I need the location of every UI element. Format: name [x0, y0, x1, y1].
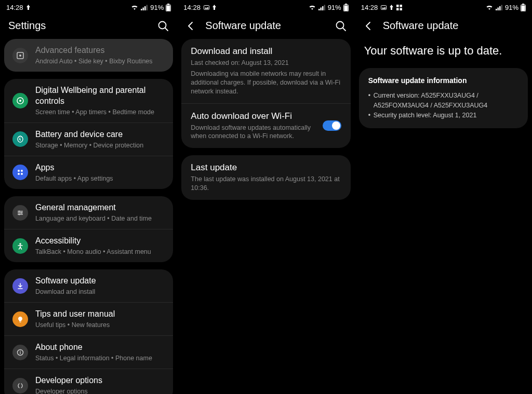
auto-download-item[interactable]: Auto download over Wi-Fi Download softwa…: [181, 103, 350, 148]
svg-rect-2: [144, 6, 146, 10]
svg-point-27: [20, 350, 21, 351]
screen-update-status: 14:28 91% Sof: [355, 0, 532, 394]
signal-icon: [496, 5, 503, 10]
settings-item-battery-care[interactable]: Battery and device care Storage • Memory…: [4, 123, 173, 156]
item-title: Last update: [191, 162, 341, 173]
svg-rect-39: [381, 6, 387, 10]
signal-icon: [318, 5, 326, 10]
item-title: Apps: [35, 162, 165, 173]
search-button[interactable]: [157, 20, 169, 32]
item-title: About phone: [35, 342, 165, 353]
status-time: 14:28: [6, 4, 23, 11]
svg-rect-46: [499, 6, 501, 10]
status-bar: 14:28 91%: [0, 0, 177, 15]
battery-icon: [343, 4, 349, 11]
bullet-current-version: Current version: A525FXXU3AUG4 / A525FOX…: [374, 91, 518, 111]
update-status-headline: Your software is up to date.: [355, 39, 532, 68]
page-title: Software update: [205, 20, 325, 32]
item-sub: Default apps • App settings: [35, 174, 165, 183]
svg-rect-29: [204, 6, 209, 10]
settings-item-advanced-features[interactable]: Advanced features Android Auto • Side ke…: [4, 39, 173, 72]
svg-point-16: [21, 173, 23, 175]
screen-settings: 14:28 91% Settings: [0, 0, 177, 394]
notification-icon: [390, 5, 393, 10]
svg-point-10: [19, 55, 21, 57]
settings-group: Software update Download and install Tip…: [4, 269, 173, 394]
settings-item-accessibility[interactable]: Accessibility TalkBack • Mono audio • As…: [4, 229, 173, 262]
settings-group: Digital Wellbeing and parental controls …: [4, 79, 173, 189]
svg-rect-42: [396, 8, 399, 10]
svg-rect-28: [20, 352, 20, 354]
back-button[interactable]: [185, 21, 196, 31]
settings-item-about-phone[interactable]: About phone Status • Legal information •…: [4, 335, 173, 369]
software-update-icon: [12, 278, 28, 294]
settings-item-general-management[interactable]: General management Language and keyboard…: [4, 196, 173, 229]
status-time: 14:28: [183, 4, 201, 11]
item-title: Developer options: [35, 375, 165, 386]
bullet-security-patch: Security patch level: August 1, 2021: [374, 111, 477, 120]
battery-icon: [166, 4, 171, 11]
last-update-card: Last update The last update was installe…: [181, 155, 350, 200]
svg-rect-3: [147, 5, 148, 10]
status-battery-pct: 91%: [150, 4, 164, 11]
svg-rect-45: [497, 7, 499, 10]
download-install-item[interactable]: Download and install Last checked on: Au…: [181, 39, 350, 103]
svg-rect-1: [143, 7, 144, 10]
search-button[interactable]: [335, 20, 347, 32]
settings-item-software-update[interactable]: Software update Download and install: [4, 269, 173, 302]
battery-icon: [521, 4, 526, 11]
update-card: Download and install Last checked on: Au…: [181, 39, 350, 148]
settings-item-tips[interactable]: Tips and user manual Useful tips • New f…: [4, 302, 173, 335]
svg-line-38: [343, 28, 345, 31]
svg-point-23: [19, 243, 21, 245]
screen-software-update: 14:28 91% Software update: [177, 0, 354, 394]
item-title: Auto download over Wi-Fi: [191, 111, 317, 121]
item-title: Battery and device care: [35, 129, 165, 140]
tips-icon: [12, 311, 28, 327]
svg-point-15: [18, 173, 20, 175]
svg-rect-40: [396, 5, 399, 7]
status-time: 14:28: [361, 4, 378, 11]
update-info-card: Software update information •Current ver…: [359, 68, 528, 128]
item-sub: TalkBack • Mono audio • Assistant menu: [35, 248, 165, 256]
item-sub: Storage • Memory • Device protection: [35, 141, 165, 150]
item-title: General management: [35, 202, 165, 213]
item-sub: Download software updates automatically …: [191, 124, 317, 141]
item-title: Advanced features: [35, 45, 165, 56]
svg-rect-32: [322, 6, 324, 10]
back-button[interactable]: [363, 21, 374, 31]
item-sub: Android Auto • Side key • Bixby Routines: [35, 57, 165, 65]
item-title: Accessibility: [35, 236, 165, 247]
notification-icon: [26, 5, 30, 10]
screenshot-icon: [381, 5, 387, 10]
apps-tray-icon: [396, 5, 402, 10]
item-sub: Download and install: [35, 288, 165, 296]
page-title: Settings: [8, 20, 148, 32]
item-sub: Useful tips • New features: [35, 321, 165, 329]
last-update-item[interactable]: Last update The last update was installe…: [181, 155, 350, 200]
item-sub-line2: Downloading via mobile networks may resu…: [191, 70, 341, 96]
auto-download-toggle[interactable]: [323, 120, 341, 131]
wifi-icon: [308, 4, 316, 10]
svg-point-12: [19, 100, 21, 102]
svg-rect-47: [501, 5, 502, 10]
settings-item-developer-options[interactable]: Developer options Developer options: [4, 369, 173, 394]
svg-rect-30: [318, 9, 320, 10]
svg-rect-50: [521, 5, 525, 11]
svg-point-20: [19, 210, 20, 212]
item-title: Software update: [35, 276, 165, 287]
item-title: Digital Wellbeing and parental controls: [35, 85, 165, 107]
item-sub-line1: Last checked on: August 13, 2021: [191, 59, 341, 67]
developer-icon: [12, 378, 28, 393]
svg-rect-0: [141, 9, 142, 10]
svg-rect-41: [400, 5, 403, 7]
svg-rect-43: [400, 8, 403, 10]
svg-point-21: [21, 212, 22, 213]
settings-group: General management Language and keyboard…: [4, 196, 173, 262]
settings-item-digital-wellbeing[interactable]: Digital Wellbeing and parental controls …: [4, 79, 173, 123]
settings-item-apps[interactable]: Apps Default apps • App settings: [4, 156, 173, 189]
svg-rect-31: [320, 7, 322, 10]
item-sub: Language and keyboard • Date and time: [35, 214, 165, 223]
svg-line-8: [165, 28, 168, 31]
status-battery-pct: 91%: [505, 4, 518, 11]
